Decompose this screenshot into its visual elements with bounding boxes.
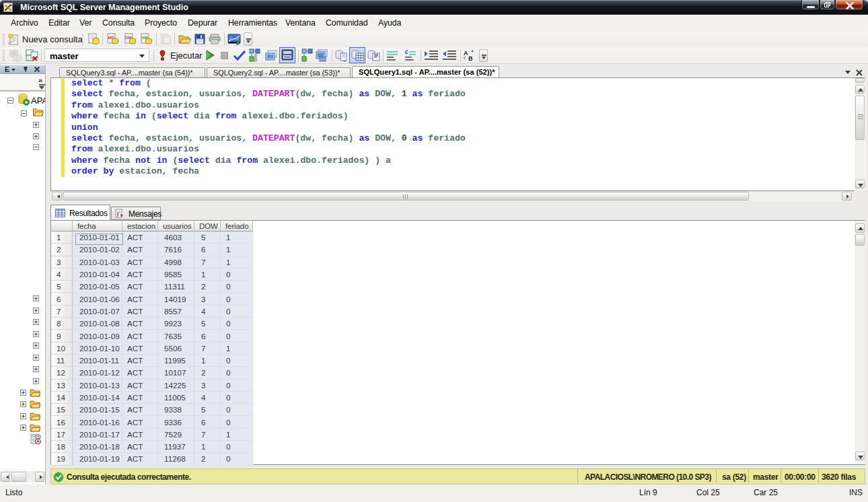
- svg-text:A: A: [464, 50, 468, 57]
- svg-text:B: B: [468, 55, 473, 62]
